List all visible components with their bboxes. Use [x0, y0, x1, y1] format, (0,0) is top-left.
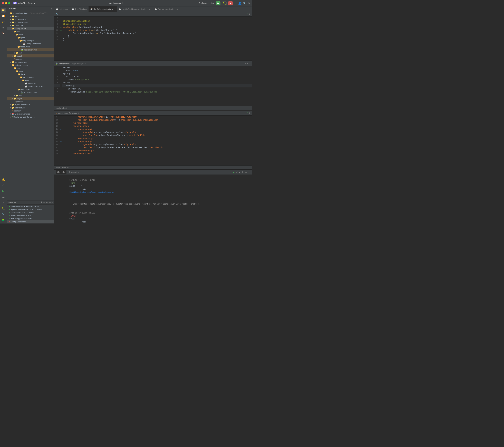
services-layout-icon[interactable]: ⊞: [49, 201, 51, 204]
services-add-icon[interactable]: +: [51, 201, 53, 204]
tree-item-gateway-server[interactable]: ▼ 📂 gateway-server: [7, 64, 54, 67]
tree-item-gateway-test[interactable]: ▶ 📁 test: [7, 94, 54, 97]
stop-button[interactable]: ■: [228, 1, 233, 5]
tree-item-gateway-yml[interactable]: 🍃 application.yml: [7, 91, 54, 94]
tree-item-book-service[interactable]: ▶ 📁 book-service: [7, 18, 54, 21]
services-filter-icon[interactable]: ⚙: [46, 201, 48, 204]
structure-icon[interactable]: ⊞: [1, 25, 6, 30]
run-gutter-10[interactable]: ▶: [60, 29, 62, 32]
java-settings-icon[interactable]: ⚙: [249, 13, 251, 15]
tree-item-commons[interactable]: ▶ 📁 commons: [7, 24, 54, 27]
yml-tab-name[interactable]: config-server/.../application.yml: [59, 63, 85, 65]
plugins-icon[interactable]: 🧩: [1, 217, 6, 222]
debug-panel-icon[interactable]: 🐛: [1, 206, 6, 211]
tree-item-user-service[interactable]: ▶ 📁 user-service: [7, 106, 54, 109]
tree-item-pom-xml[interactable]: m pom.xml: [7, 57, 54, 60]
tree-item-external-libs[interactable]: ▶ 📚 External Libraries: [7, 112, 54, 115]
more-actions-button[interactable]: ⋯: [234, 2, 236, 4]
tools-icon[interactable]: 🔧: [1, 212, 6, 216]
pom-settings-icon[interactable]: ⚙: [249, 112, 251, 114]
service-item-config[interactable]: ● ConfigApplication: [7, 220, 54, 223]
tab-more-button[interactable]: ⋯: [247, 8, 252, 10]
project-label[interactable]: Project: [8, 7, 15, 10]
console-tab[interactable]: Console: [56, 170, 67, 174]
tree-item-gateway-main[interactable]: ▼ 📂 main: [7, 70, 54, 73]
services-collapse-icon[interactable]: ⬇: [41, 201, 43, 204]
tree-item-test-filter[interactable]: ☕ TestFilter: [7, 82, 54, 85]
yml-tab-close[interactable]: ✕: [85, 63, 87, 65]
project-dropdown-icon[interactable]: ▾: [34, 2, 35, 4]
console-more-icon[interactable]: ⋯: [248, 171, 251, 174]
git-icon[interactable]: ⑂: [1, 200, 6, 205]
tree-item-borrow-service[interactable]: ▶ 📁 borrow-service: [7, 21, 54, 24]
tree-item-resources[interactable]: ▼ 📂 resources: [7, 45, 54, 48]
run-panel-icon[interactable]: ▶: [1, 189, 6, 193]
tab-action-java[interactable]: ☕ action.java: [54, 6, 70, 12]
tree-item-idea[interactable]: ▶ 📁 .idea: [7, 15, 54, 18]
tree-item-hystrix[interactable]: ▶ 📁 hystrix-dashboard: [7, 103, 54, 106]
problems-icon[interactable]: ⚠: [1, 183, 6, 188]
yml-arrow-up[interactable]: ∧: [247, 63, 248, 65]
bookmarks-icon[interactable]: 🔖: [1, 31, 6, 35]
more-tools-icon[interactable]: ⋯: [1, 37, 6, 41]
tree-item-gateway-target[interactable]: ▶ 📁 target: [7, 97, 54, 100]
tree-item-gateway-src[interactable]: ▼ 📂 src: [7, 67, 54, 70]
service-item-borrow[interactable]: ▶ BorrowApplication :8082/: [7, 217, 54, 220]
services-expand-icon[interactable]: ⬆: [38, 201, 40, 204]
tree-item-gateway-pom[interactable]: m pom.xml: [7, 100, 54, 103]
console-scroll-to-end[interactable]: ↓↓: [245, 171, 247, 174]
sidebar-settings-icon[interactable]: ⚙: [51, 7, 53, 10]
maximize-button[interactable]: [8, 2, 10, 4]
services-eye-icon[interactable]: 👁: [43, 201, 45, 204]
tree-item-main[interactable]: ▼ 📂 main: [7, 33, 54, 36]
tab-gateway-app[interactable]: ☕ GatewayApplication.java: [153, 6, 181, 12]
tree-item-gateway-app[interactable]: ☕ GatewayApplication: [7, 85, 54, 88]
service-item-gateway[interactable]: ▶ GatewayApplication :8500/: [7, 211, 54, 214]
user-icon[interactable]: 👤: [238, 1, 241, 5]
project-icon[interactable]: 📁: [1, 8, 6, 13]
tree-item-java[interactable]: ▼ 📂 java: [7, 36, 54, 39]
project-header-dropdown[interactable]: ▾: [16, 8, 16, 10]
search-icon[interactable]: 🔍: [243, 2, 246, 5]
tree-item-root-pom[interactable]: m pom.xml: [7, 109, 54, 112]
console-rerun-icon[interactable]: ↺: [235, 171, 238, 174]
service-item-applicationapp[interactable]: ▶ ApplicationApplication-02 :8182/: [7, 205, 54, 208]
vcs-icon[interactable]: 🔀: [1, 14, 6, 18]
tree-item-config-application[interactable]: ☕ ConfigApplication: [7, 42, 54, 45]
project-title[interactable]: springCloudStudy: [17, 2, 33, 4]
tree-item-scratches[interactable]: ▶ ≡ Scratches and Consoles: [7, 115, 54, 119]
tree-item-application-yml[interactable]: 🍃 application.yml: [7, 48, 54, 51]
tree-item-target[interactable]: ▶ 📁 target: [7, 54, 54, 57]
learn-icon[interactable]: 🎓: [1, 19, 6, 24]
debug-button[interactable]: 🐛: [222, 1, 227, 5]
tree-item-filter[interactable]: ▼ 📂 filter: [7, 79, 54, 82]
tree-item-eureka-server[interactable]: ▶ 📁 eureka-server: [7, 60, 54, 64]
service-item-hystrix[interactable]: ▶ HystrixDashBoardApplication :8900/: [7, 208, 54, 211]
tree-item-gateway-org[interactable]: ▼ 📂 org.example: [7, 76, 54, 79]
console-run-icon[interactable]: ▶: [233, 171, 235, 174]
configapp-close[interactable]: ✕: [114, 8, 115, 10]
tab-testfilter[interactable]: ☕ TestFilter.java: [70, 6, 89, 12]
minimize-button[interactable]: [5, 2, 7, 4]
tree-root[interactable]: ▼ 📂 springCloudStudy ~/Desktop/CS/JavaEE…: [7, 12, 54, 15]
tree-item-test[interactable]: ▶ 📁 test: [7, 51, 54, 54]
services-icon[interactable]: ☁: [1, 194, 6, 199]
run-gutter-9[interactable]: ▶: [60, 26, 62, 29]
console-clear-icon[interactable]: 🗑: [241, 171, 244, 174]
tree-item-src[interactable]: ▼ 📂 src: [7, 30, 54, 33]
tree-item-config-server[interactable]: ▼ 📂 config-server: [7, 27, 54, 30]
tree-item-org-example[interactable]: ▼ 📂 org.example: [7, 39, 54, 42]
pom-tab-name[interactable]: pom.xml (config-server): [58, 112, 77, 114]
tab-configapplication[interactable]: ☕ ConfigApplication.java ✕: [89, 6, 117, 12]
console-stop-icon[interactable]: ■: [239, 171, 240, 174]
run-button[interactable]: ▶: [216, 1, 220, 5]
yml-arrow-down[interactable]: ∨: [249, 63, 251, 65]
actuator-tab[interactable]: ⚙ Actuator: [67, 170, 81, 174]
vcs-label[interactable]: Version control: [109, 2, 123, 4]
close-button[interactable]: [2, 2, 4, 4]
tree-item-gateway-java[interactable]: ▼ 📂 java: [7, 73, 54, 76]
vcs-dropdown-icon[interactable]: ▾: [124, 2, 125, 4]
settings-icon[interactable]: ⚙: [248, 2, 250, 5]
console-logger-1[interactable]: ConditionEvaluationReportLoggingListener: [69, 191, 114, 193]
service-item-book[interactable]: ▶ BookApplication :8081/: [7, 214, 54, 217]
